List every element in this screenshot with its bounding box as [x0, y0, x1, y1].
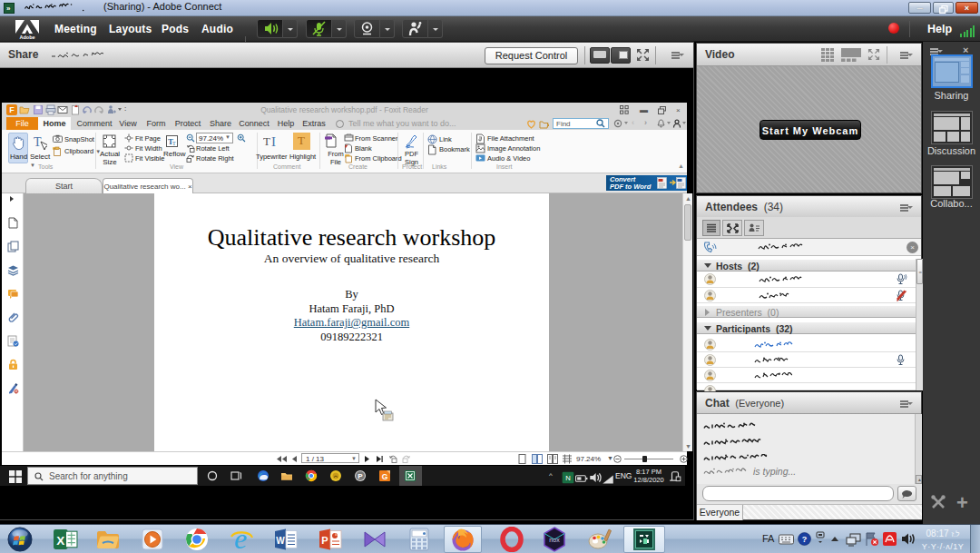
svg-text:T: T — [172, 141, 176, 146]
svg-text:nox: nox — [549, 537, 560, 543]
svg-text:Adobe: Adobe — [19, 35, 34, 40]
svg-text:G: G — [382, 472, 388, 481]
svg-text:I: I — [271, 134, 276, 148]
svg-text:N: N — [565, 474, 571, 482]
svg-text:W: W — [276, 536, 285, 546]
svg-text:T: T — [263, 134, 270, 148]
svg-text:P: P — [358, 472, 363, 480]
svg-text:e: e — [234, 527, 247, 552]
svg-text:X: X — [56, 534, 64, 548]
svg-text:P: P — [321, 535, 328, 546]
svg-text:?: ? — [802, 535, 808, 544]
svg-text:T: T — [34, 135, 42, 149]
